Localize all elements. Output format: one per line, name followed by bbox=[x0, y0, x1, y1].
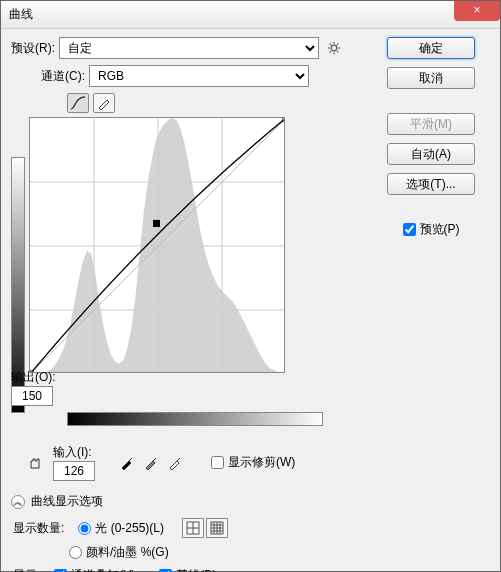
light-radio[interactable]: 光 (0-255)(L) bbox=[78, 520, 164, 537]
svg-point-0 bbox=[331, 45, 337, 51]
preset-select[interactable]: 自定 bbox=[59, 37, 319, 59]
svg-line-5 bbox=[330, 44, 331, 45]
target-adjust-icon[interactable] bbox=[25, 452, 47, 474]
show-clipping-checkbox[interactable]: 显示修剪(W) bbox=[211, 454, 295, 471]
grid-fine-icon[interactable] bbox=[206, 518, 228, 538]
smooth-button[interactable]: 平滑(M) bbox=[387, 113, 475, 135]
close-button[interactable]: × bbox=[454, 1, 500, 21]
svg-line-6 bbox=[337, 51, 338, 52]
auto-button[interactable]: 自动(A) bbox=[387, 143, 475, 165]
curves-dialog: 曲线 × 预设(R): 自定 通道(C): RGB bbox=[0, 0, 501, 572]
pigment-radio[interactable]: 颜料/油墨 %(G) bbox=[69, 544, 169, 561]
grid-coarse-icon[interactable] bbox=[182, 518, 204, 538]
channel-label: 通道(C): bbox=[41, 68, 85, 85]
preset-label: 预设(R): bbox=[11, 40, 55, 57]
baseline-checkbox[interactable]: 基线(B) bbox=[159, 567, 216, 572]
pencil-mode-icon[interactable] bbox=[93, 93, 115, 113]
window-title: 曲线 bbox=[9, 6, 33, 23]
black-point-eyedropper-icon[interactable] bbox=[117, 453, 137, 473]
curve-options-title: 曲线显示选项 bbox=[31, 493, 103, 510]
channel-select[interactable]: RGB bbox=[89, 65, 309, 87]
options-button[interactable]: 选项(T)... bbox=[387, 173, 475, 195]
curve-mode-icon[interactable] bbox=[67, 93, 89, 113]
curve-grid[interactable] bbox=[29, 117, 285, 373]
preview-checkbox[interactable]: 预览(P) bbox=[403, 221, 460, 238]
output-value[interactable]: 150 bbox=[11, 386, 53, 406]
white-point-eyedropper-icon[interactable] bbox=[165, 453, 185, 473]
preset-menu-icon[interactable] bbox=[327, 41, 341, 55]
gray-point-eyedropper-icon[interactable] bbox=[141, 453, 161, 473]
svg-line-8 bbox=[337, 44, 338, 45]
collapse-button[interactable]: ︽ bbox=[11, 495, 25, 509]
svg-line-7 bbox=[330, 51, 331, 52]
input-gradient bbox=[67, 412, 323, 426]
cancel-button[interactable]: 取消 bbox=[387, 67, 475, 89]
svg-rect-18 bbox=[283, 117, 285, 121]
svg-rect-17 bbox=[153, 220, 159, 226]
input-value[interactable]: 126 bbox=[53, 461, 95, 481]
display-label: 显示: bbox=[13, 567, 40, 572]
ok-button[interactable]: 确定 bbox=[387, 37, 475, 59]
titlebar: 曲线 × bbox=[1, 1, 500, 29]
output-label: 输出(O): bbox=[11, 369, 56, 386]
overlay-checkbox[interactable]: 通道叠加(V) bbox=[54, 567, 135, 572]
show-amount-label: 显示数量: bbox=[13, 520, 64, 537]
input-label: 输入(I): bbox=[53, 444, 95, 461]
